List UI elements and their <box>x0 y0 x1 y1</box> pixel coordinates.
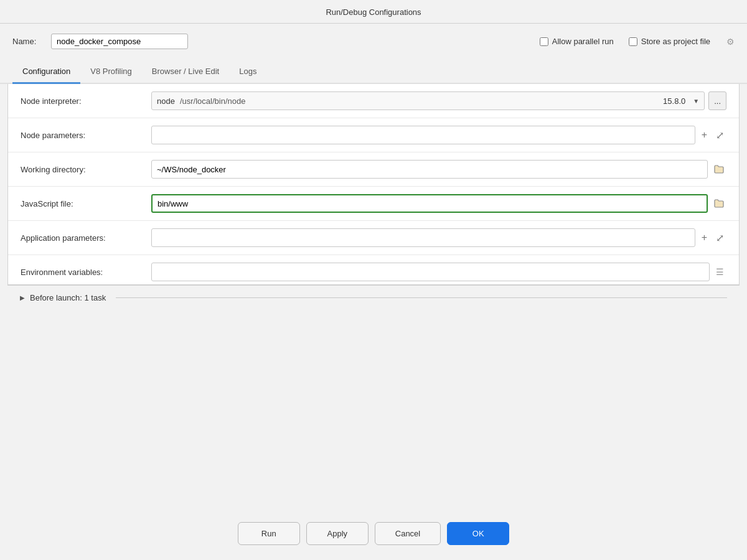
tabs-row: Configuration V8 Profiling Browser / Liv… <box>0 62 747 84</box>
node-interpreter-box[interactable]: node /usr/local/bin/node 15.8.0 ▼ <box>151 91 705 110</box>
environment-variables-input[interactable] <box>151 263 710 281</box>
before-launch-label: Before launch: 1 task <box>30 293 106 302</box>
working-directory-label: Working directory: <box>21 165 151 174</box>
environment-variables-label: Environment variables: <box>21 268 151 277</box>
application-parameters-input[interactable] <box>151 228 695 247</box>
working-directory-row: Working directory: <box>8 152 739 187</box>
node-path: /usr/local/bin/node <box>180 96 658 106</box>
node-parameters-label: Node parameters: <box>21 131 151 140</box>
javascript-file-content <box>151 194 726 213</box>
node-parameters-add-button[interactable]: + <box>699 128 710 142</box>
dialog-title: Run/Debug Configurations <box>0 0 747 24</box>
working-directory-input[interactable] <box>151 160 708 179</box>
store-as-project-checkbox-label[interactable]: Store as project file <box>629 37 710 46</box>
store-as-project-label: Store as project file <box>641 37 710 46</box>
environment-variables-icon-button[interactable]: ☰ <box>713 266 726 278</box>
name-row: Name: Allow parallel run Store as projec… <box>0 24 747 57</box>
node-parameters-expand-button[interactable]: ⤢ <box>713 128 726 142</box>
node-name: node <box>157 96 175 106</box>
node-parameters-content: + ⤢ <box>151 126 726 144</box>
before-launch-arrow-icon[interactable]: ▶ <box>20 294 25 301</box>
name-label: Name: <box>12 37 44 46</box>
node-interpreter-ellipsis-button[interactable]: ... <box>708 91 726 110</box>
application-parameters-label: Application parameters: <box>21 233 151 243</box>
allow-parallel-checkbox[interactable] <box>540 37 548 46</box>
before-launch-section: ▶ Before launch: 1 task <box>7 285 740 310</box>
allow-parallel-label: Allow parallel run <box>552 37 614 46</box>
cancel-button[interactable]: Cancel <box>375 522 441 545</box>
node-parameters-input[interactable] <box>151 126 695 144</box>
gear-icon[interactable]: ⚙ <box>726 37 735 47</box>
node-interpreter-label: Node interpreter: <box>21 96 151 106</box>
node-interpreter-content: node /usr/local/bin/node 15.8.0 ▼ ... <box>151 91 726 110</box>
javascript-file-browse-button[interactable] <box>712 198 726 209</box>
application-parameters-expand-button[interactable]: ⤢ <box>713 231 726 245</box>
node-interpreter-row: Node interpreter: node /usr/local/bin/no… <box>8 84 739 118</box>
tabs-area: Configuration V8 Profiling Browser / Liv… <box>0 57 747 84</box>
node-version: 15.8.0 <box>663 96 685 106</box>
run-debug-dialog: Run/Debug Configurations Name: Allow par… <box>0 0 747 560</box>
environment-variables-row: Environment variables: ☰ <box>8 255 739 289</box>
node-parameters-row: Node parameters: + ⤢ <box>8 118 739 152</box>
dropdown-arrow-icon[interactable]: ▼ <box>693 98 699 105</box>
javascript-file-row: JavaScript file: <box>8 187 739 221</box>
javascript-file-input[interactable] <box>151 194 708 213</box>
working-directory-content <box>151 160 726 179</box>
run-button[interactable]: Run <box>238 522 300 545</box>
folder-icon <box>714 165 724 174</box>
allow-parallel-checkbox-label[interactable]: Allow parallel run <box>540 37 614 46</box>
tab-configuration[interactable]: Configuration <box>12 62 80 84</box>
environment-variables-content: ☰ <box>151 263 726 281</box>
config-panel: Node interpreter: node /usr/local/bin/no… <box>7 84 740 285</box>
tab-browser-live-edit[interactable]: Browser / Live Edit <box>142 62 229 84</box>
checkboxes-row: Allow parallel run Store as project file… <box>540 37 735 47</box>
working-directory-browse-button[interactable] <box>712 164 726 175</box>
javascript-file-label: JavaScript file: <box>21 199 151 208</box>
bottom-buttons: Run Apply Cancel OK <box>0 510 747 560</box>
application-parameters-content: + ⤢ <box>151 228 726 247</box>
name-input[interactable] <box>51 34 188 49</box>
apply-button[interactable]: Apply <box>306 522 369 545</box>
store-as-project-checkbox[interactable] <box>629 37 637 46</box>
application-parameters-add-button[interactable]: + <box>699 231 710 245</box>
tab-logs[interactable]: Logs <box>229 62 266 84</box>
application-parameters-row: Application parameters: + ⤢ <box>8 221 739 255</box>
before-launch-divider <box>116 297 727 298</box>
config-content: Node interpreter: node /usr/local/bin/no… <box>8 84 739 289</box>
folder-icon <box>714 199 724 208</box>
tab-v8profiling[interactable]: V8 Profiling <box>80 62 141 84</box>
ok-button[interactable]: OK <box>447 522 509 545</box>
